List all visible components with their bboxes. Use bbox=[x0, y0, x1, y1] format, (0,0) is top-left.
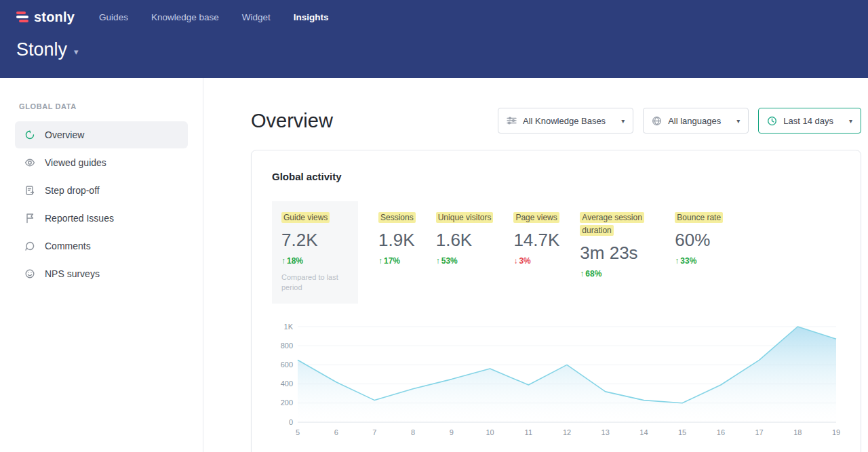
metric-value: 3m 23s bbox=[580, 243, 654, 264]
top-navbar: stonly Guides Knowledge base Widget Insi… bbox=[0, 0, 868, 78]
card-title: Global activity bbox=[272, 171, 840, 182]
svg-text:0: 0 bbox=[289, 418, 293, 426]
knowledge-bases-filter-dropdown[interactable]: All Knowledge Bases ▾ bbox=[498, 108, 633, 133]
step-dropoff-icon bbox=[24, 185, 35, 196]
activity-chart: 02004006008001K5678910111213141516171819 bbox=[272, 321, 840, 443]
svg-text:1K: 1K bbox=[284, 323, 294, 331]
globe-icon bbox=[652, 116, 662, 126]
svg-text:13: 13 bbox=[601, 428, 610, 436]
sidebar-item-reported-issues[interactable]: Reported Issues bbox=[15, 205, 188, 232]
metric-change: ↑33% bbox=[675, 256, 723, 266]
svg-text:6: 6 bbox=[334, 428, 338, 436]
svg-text:8: 8 bbox=[411, 428, 415, 436]
stonly-logo-icon bbox=[16, 12, 28, 22]
metric-value: 14.7K bbox=[513, 230, 559, 251]
sidebar-item-label: Step drop-off bbox=[45, 185, 100, 196]
metric-label: Unique visitors bbox=[436, 212, 494, 223]
svg-text:19: 19 bbox=[832, 428, 840, 436]
overview-icon bbox=[24, 129, 35, 140]
main-content: Overview All Knowledge Bases ▾ bbox=[203, 78, 868, 452]
metric-bounce-rate[interactable]: Bounce rate 60% ↑33% bbox=[675, 201, 723, 266]
sidebar-item-label: Comments bbox=[45, 241, 91, 251]
svg-text:12: 12 bbox=[563, 428, 571, 436]
filters-bar: All Knowledge Bases ▾ All languages ▾ bbox=[498, 108, 861, 133]
top-nav-links: Guides Knowledge base Widget Insights bbox=[99, 8, 328, 26]
svg-text:17: 17 bbox=[755, 428, 763, 436]
svg-text:9: 9 bbox=[450, 428, 454, 436]
svg-text:600: 600 bbox=[281, 361, 293, 369]
metric-value: 7.2K bbox=[281, 230, 349, 251]
svg-text:16: 16 bbox=[717, 428, 725, 436]
languages-filter-value: All languages bbox=[668, 116, 721, 126]
sidebar-item-label: NPS surveys bbox=[45, 268, 100, 279]
svg-text:200: 200 bbox=[281, 398, 293, 407]
nav-item-knowledge-base[interactable]: Knowledge base bbox=[151, 8, 219, 26]
workspace-dropdown-caret-icon[interactable]: ▾ bbox=[74, 47, 79, 57]
metric-page-views[interactable]: Page views 14.7K ↓3% bbox=[513, 201, 559, 266]
comments-icon bbox=[24, 241, 35, 251]
knowledge-bases-filter-value: All Knowledge Bases bbox=[523, 116, 606, 126]
area-chart: 02004006008001K5678910111213141516171819 bbox=[272, 321, 842, 440]
svg-text:18: 18 bbox=[793, 428, 802, 436]
nav-item-guides[interactable]: Guides bbox=[99, 8, 128, 26]
date-range-filter-dropdown[interactable]: Last 14 days ▾ bbox=[758, 108, 861, 133]
trend-arrow-icon: ↑ bbox=[675, 256, 679, 266]
svg-text:14: 14 bbox=[639, 428, 648, 436]
metric-guide-views[interactable]: Guide views 7.2K ↑18% Compared to last p… bbox=[272, 201, 358, 304]
nav-item-insights[interactable]: Insights bbox=[294, 8, 329, 26]
nav-item-widget[interactable]: Widget bbox=[242, 8, 271, 26]
clock-icon bbox=[767, 116, 777, 126]
sidebar-item-viewed-guides[interactable]: Viewed guides bbox=[15, 149, 188, 176]
svg-text:11: 11 bbox=[525, 428, 532, 436]
eye-icon bbox=[24, 157, 35, 168]
sidebar-item-step-drop-off[interactable]: Step drop-off bbox=[15, 177, 188, 204]
stonly-logo[interactable]: stonly bbox=[16, 9, 75, 25]
metric-label: Guide views bbox=[281, 212, 330, 223]
sidebar-item-label: Overview bbox=[45, 129, 84, 140]
workspace-title: Stonly bbox=[16, 39, 67, 60]
svg-text:400: 400 bbox=[281, 379, 293, 388]
metric-value: 60% bbox=[675, 230, 723, 251]
metric-change: ↑53% bbox=[436, 256, 494, 266]
sidebar-section-label: GLOBAL DATA bbox=[0, 102, 203, 110]
metric-label: Bounce rate bbox=[675, 212, 723, 223]
sidebar-item-comments[interactable]: Comments bbox=[15, 232, 188, 260]
smiley-icon bbox=[24, 268, 35, 279]
sidebar-item-label: Reported Issues bbox=[45, 213, 114, 224]
languages-filter-dropdown[interactable]: All languages ▾ bbox=[643, 108, 749, 133]
trend-arrow-icon: ↓ bbox=[513, 256, 517, 266]
metric-label: Average session duration bbox=[580, 212, 644, 236]
metric-change: ↑17% bbox=[378, 256, 416, 266]
metric-change: ↓3% bbox=[513, 256, 559, 266]
metric-label: Sessions bbox=[378, 212, 416, 223]
metrics-row: Guide views 7.2K ↑18% Compared to last p… bbox=[272, 201, 840, 304]
metric-sessions[interactable]: Sessions 1.9K ↑17% bbox=[378, 201, 416, 266]
stonly-logo-text: stonly bbox=[34, 9, 75, 25]
trend-arrow-icon: ↑ bbox=[378, 256, 382, 266]
sidebar-item-label: Viewed guides bbox=[45, 157, 106, 168]
metric-change: ↑68% bbox=[580, 269, 654, 279]
sidebar: GLOBAL DATA Overview Viewed guides Step … bbox=[0, 78, 203, 452]
svg-text:800: 800 bbox=[281, 342, 293, 350]
sidebar-item-nps-surveys[interactable]: NPS surveys bbox=[15, 260, 188, 287]
svg-text:5: 5 bbox=[296, 428, 300, 436]
chevron-down-icon: ▾ bbox=[849, 117, 852, 125]
metric-compare-note: Compared to last period bbox=[281, 272, 349, 293]
metric-value: 1.9K bbox=[378, 230, 416, 251]
trend-arrow-icon: ↑ bbox=[580, 269, 584, 279]
page-title: Overview bbox=[251, 110, 333, 132]
sidebar-item-overview[interactable]: Overview bbox=[15, 121, 188, 148]
metric-unique-visitors[interactable]: Unique visitors 1.6K ↑53% bbox=[436, 201, 494, 266]
chevron-down-icon: ▾ bbox=[736, 117, 740, 125]
svg-text:15: 15 bbox=[678, 428, 686, 436]
metric-average-session-duration[interactable]: Average session duration 3m 23s ↑68% bbox=[580, 201, 654, 279]
date-range-filter-value: Last 14 days bbox=[783, 116, 833, 126]
chevron-down-icon: ▾ bbox=[621, 117, 625, 125]
metric-label: Page views bbox=[513, 212, 559, 223]
svg-text:10: 10 bbox=[486, 428, 494, 436]
metric-change: ↑18% bbox=[281, 256, 349, 266]
trend-arrow-icon: ↑ bbox=[436, 256, 440, 266]
svg-text:7: 7 bbox=[372, 428, 376, 436]
sliders-icon bbox=[507, 116, 517, 125]
metric-value: 1.6K bbox=[436, 230, 494, 251]
